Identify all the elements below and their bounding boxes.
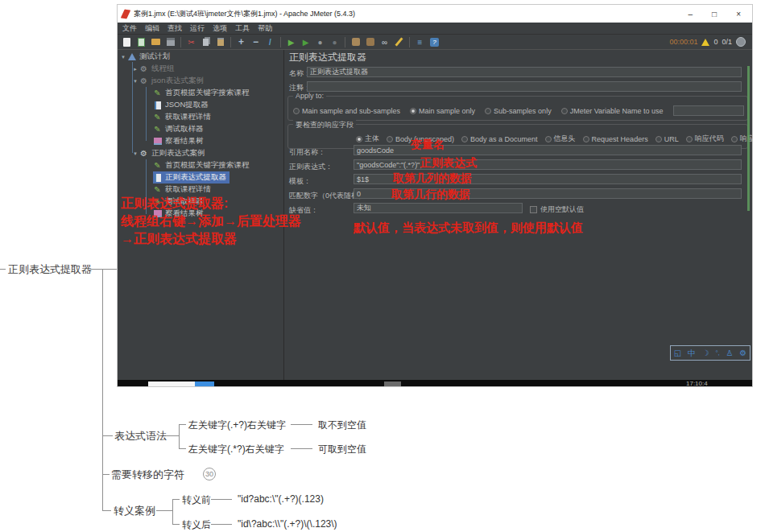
menu-options[interactable]: 选项 (213, 23, 227, 34)
radio-body[interactable]: 主体 (356, 134, 379, 144)
tree-item-label: 察看结果树 (165, 136, 204, 146)
mindmap-node-escape-case[interactable]: 转义案例 (114, 504, 155, 518)
taskbar-app-button[interactable] (384, 381, 401, 387)
radio-url[interactable]: URL (655, 135, 679, 143)
selected-tree-item[interactable]: 正则表达式提取器 (153, 171, 229, 184)
menu-file[interactable]: 文件 (122, 23, 137, 34)
connector-line (291, 424, 312, 425)
templates-icon[interactable] (135, 36, 147, 48)
regex-input[interactable] (354, 159, 742, 170)
gear-icon[interactable]: ⚙ (739, 348, 746, 357)
radio-request-headers[interactable]: Request Headers (583, 135, 648, 143)
tree-item-debug-sampler[interactable]: ✎ 调试取样器 (118, 123, 283, 135)
radio-label: 信息头 (554, 134, 576, 144)
mindmap-node-syntax-result-1[interactable]: 取不到空值 (318, 419, 366, 432)
taskbar-strip: 17:10:4 (118, 380, 752, 387)
save-icon[interactable] (164, 36, 176, 48)
clear-all-icon[interactable] (393, 36, 405, 48)
tree-item-course-detail-2[interactable]: ✎ 获取课程详情 (118, 184, 283, 196)
tree-item-test-plan[interactable]: ▾ 测试计划 (118, 51, 283, 63)
tree-item-view-results-tree[interactable]: 察看结果树 (118, 135, 283, 147)
toggle-icon[interactable]: / (264, 36, 276, 48)
radio-sub-only[interactable]: Sub-samples only (485, 107, 552, 115)
annotation-row-note: 取第几行的数据 (391, 188, 470, 202)
menu-edit[interactable]: 编辑 (145, 23, 159, 34)
menu-search[interactable]: 查找 (167, 23, 182, 34)
annotation-var-name: 变量名 (411, 138, 445, 152)
chinese-mode-icon[interactable]: 中 (688, 348, 696, 359)
menu-run[interactable]: 运行 (190, 23, 205, 34)
collapsed-count-badge[interactable]: 30 (203, 468, 216, 480)
scrollbar-thumb[interactable] (747, 66, 750, 211)
name-input[interactable] (307, 67, 742, 77)
mindmap-node-before-escape[interactable]: 转义前 (182, 493, 211, 507)
minimize-button[interactable]: – (688, 10, 693, 19)
taskbar-app-button[interactable] (195, 381, 214, 387)
start-icon[interactable]: ▶ (285, 36, 297, 48)
user-icon[interactable]: ♙ (726, 348, 734, 357)
tree-item-label: 首页根据关键字搜索课程 (165, 160, 250, 171)
tree-item-search-course[interactable]: ✎ 首页根据关键字搜索课程 (118, 87, 283, 99)
menu-help[interactable]: 帮助 (258, 23, 272, 34)
tree-item-regex-extractor[interactable]: 正则表达式提取器 (118, 171, 283, 184)
new-file-icon[interactable] (121, 36, 133, 48)
mindmap-node-syntax-result-2[interactable]: 可取到空值 (318, 443, 366, 456)
mindmap-node-before-escape-value[interactable]: "id?abc:\"(.+?)(.123) (238, 493, 324, 505)
radio-response-headers[interactable]: 信息头 (545, 134, 576, 144)
menu-tools[interactable]: 工具 (235, 23, 250, 34)
copy-icon[interactable] (200, 36, 212, 48)
tree-item-json-extractor[interactable]: JSON提取器 (118, 99, 283, 111)
tree-item-course-detail[interactable]: ✎ 获取课程详情 (118, 111, 283, 123)
remote-start-all-icon[interactable] (349, 36, 362, 48)
taskbar-search-box[interactable] (148, 381, 195, 387)
radio-main-and-sub[interactable]: Main sample and sub-samples (293, 107, 400, 115)
empty-default-checkbox[interactable] (530, 206, 537, 213)
regex-extractor-panel: 正则表达式提取器 名称： 注释： Apply to: Main sample a… (284, 50, 752, 380)
radio-body-as-document[interactable]: Body as a Document (461, 135, 538, 143)
menu-bar: 文件 编辑 查找 运行 选项 工具 帮助 (118, 23, 752, 35)
mindmap-node-after-escape-value[interactable]: "id\?abc:\\"(.+?)\(\.123\) (238, 518, 337, 530)
remote-stop-all-icon[interactable] (364, 36, 376, 48)
punctuation-icon[interactable]: °, (715, 349, 719, 357)
radio-response-code[interactable]: 响应代码 (686, 134, 724, 144)
maximize-button[interactable]: □ (712, 10, 717, 19)
warning-icon[interactable] (701, 39, 709, 46)
chevron-down-icon[interactable]: ▾ (119, 54, 127, 60)
tree-item-json-case[interactable]: ▾ ⚙ json表达式案例 (118, 75, 283, 87)
jmeter-variable-input[interactable] (673, 105, 744, 116)
mindmap-node-syntax-expr-1[interactable]: 左关键字(.+?)右关键字 (188, 419, 286, 432)
start-no-pauses-icon[interactable]: ▶ (300, 36, 312, 48)
tree-item-regex-case[interactable]: ▾ ⚙ 正则表达式案例 (118, 147, 283, 159)
function-helper-icon[interactable]: ≡ (414, 36, 426, 48)
tree-item-search-course-2[interactable]: ✎ 首页根据关键字搜索课程 (118, 159, 283, 171)
half-full-width-moon-icon[interactable]: ☽ (702, 348, 709, 357)
annotation-howto-block: 正则表达式提取器: 线程组右键→添加→后置处理器 →正则表达式提取器 (121, 195, 301, 248)
close-button[interactable]: × (736, 10, 741, 19)
add-icon[interactable]: + (235, 36, 247, 48)
mindmap-node-root[interactable]: 正则表达式提取器 (8, 262, 92, 277)
open-folder-icon[interactable] (150, 36, 162, 48)
remove-icon[interactable]: − (250, 36, 262, 48)
toolbar: ✂ + − / ▶ ▶ ● ● ∞ ≡ ? 00:00:01 0 0/1 (118, 35, 752, 50)
tree-item-thread-group[interactable]: ▸ ⚙ 线程组 (118, 63, 283, 75)
radio-label: 响应信息 (740, 134, 753, 144)
paste-icon[interactable] (214, 36, 226, 48)
search-icon[interactable]: ∞ (378, 36, 391, 48)
radio-label: Main sample only (419, 107, 475, 115)
connector-line (172, 499, 180, 500)
radio-jmeter-variable[interactable]: JMeter Variable Name to use (561, 107, 664, 115)
ime-state-icon[interactable]: ◱ (674, 348, 681, 357)
comment-input[interactable] (307, 81, 742, 92)
mindmap-node-escape-chars[interactable]: 需要转移的字符 (111, 468, 184, 482)
help-icon[interactable]: ? (428, 36, 440, 48)
shutdown-icon[interactable]: ● (329, 36, 341, 48)
mindmap-node-syntax-expr-2[interactable]: 左关键字(.*?)右关键字 (188, 443, 284, 456)
mindmap-node-syntax[interactable]: 表达式语法 (114, 429, 167, 443)
radio-main-only[interactable]: Main sample only (410, 107, 475, 115)
stop-icon[interactable]: ● (314, 36, 326, 48)
mindmap-node-after-escape[interactable]: 转义后 (182, 518, 211, 532)
thread-count: 0/1 (722, 38, 732, 46)
cut-icon[interactable]: ✂ (185, 36, 197, 48)
sampler-pencil-icon: ✎ (153, 125, 162, 134)
default-value-input[interactable] (354, 203, 523, 213)
